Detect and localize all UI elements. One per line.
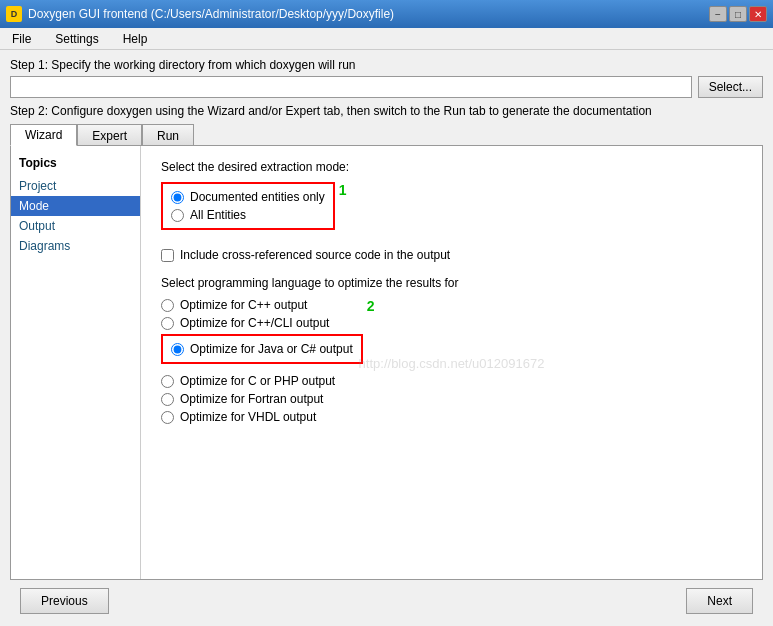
radio-cpp-cli: Optimize for C++/CLI output [161,316,363,330]
window-title: Doxygen GUI frontend (C:/Users/Administr… [28,7,394,21]
language-section-label: Select programming language to optimize … [161,276,742,290]
radio-cpp-cli-input[interactable] [161,317,174,330]
radio-cpp: Optimize for C++ output [161,298,363,312]
menu-bar: File Settings Help [0,28,773,50]
radio-all-entities: All Entities [171,208,325,222]
app-icon: D [6,6,22,22]
radio-documented-input[interactable] [171,191,184,204]
tab-run[interactable]: Run [142,124,194,146]
extraction-mode-group: Documented entities only All Entities [161,182,335,230]
radio-vhdl-input[interactable] [161,411,174,424]
main-content: Step 1: Specify the working directory fr… [0,50,773,626]
maximize-button[interactable]: □ [729,6,747,22]
menu-file[interactable]: File [6,30,37,48]
radio-java-csharp-input[interactable] [171,343,184,356]
tab-expert[interactable]: Expert [77,124,142,146]
radio-fortran-input[interactable] [161,393,174,406]
sidebar-title: Topics [11,154,140,176]
language-options: Optimize for C++ output Optimize for C++… [161,298,363,424]
radio-java-csharp: Optimize for Java or C# output [171,342,353,356]
radio-cpp-input[interactable] [161,299,174,312]
minimize-button[interactable]: − [709,6,727,22]
crossref-checkbox[interactable] [161,249,174,262]
radio-c-php-input[interactable] [161,375,174,388]
tab-wizard[interactable]: Wizard [10,124,77,146]
radio-c-php: Optimize for C or PHP output [161,374,363,388]
sidebar-item-output[interactable]: Output [11,216,140,236]
crossref-checkbox-row: Include cross-referenced source code in … [161,248,742,262]
sidebar-item-project[interactable]: Project [11,176,140,196]
crossref-label: Include cross-referenced source code in … [180,248,450,262]
radio-cpp-label: Optimize for C++ output [180,298,307,312]
bottom-bar: Previous Next [10,580,763,618]
window-controls: − □ ✕ [709,6,767,22]
next-button[interactable]: Next [686,588,753,614]
radio-vhdl: Optimize for VHDL output [161,410,363,424]
title-bar-left: D Doxygen GUI frontend (C:/Users/Adminis… [6,6,394,22]
annotation-1: 1 [339,182,347,198]
radio-java-csharp-label: Optimize for Java or C# output [190,342,353,356]
working-dir-input[interactable] [10,76,692,98]
close-button[interactable]: ✕ [749,6,767,22]
radio-fortran-label: Optimize for Fortran output [180,392,323,406]
radio-fortran: Optimize for Fortran output [161,392,363,406]
right-panel: http://blog.csdn.net/u012091672 Select t… [141,146,762,579]
menu-help[interactable]: Help [117,30,154,48]
annotation-2: 2 [367,298,375,314]
sidebar: Topics Project Mode Output Diagrams [11,146,141,579]
sidebar-item-mode[interactable]: Mode [11,196,140,216]
radio-all-input[interactable] [171,209,184,222]
select-button[interactable]: Select... [698,76,763,98]
previous-button[interactable]: Previous [20,588,109,614]
tabs: Wizard Expert Run [10,124,763,146]
panel: Topics Project Mode Output Diagrams http… [10,145,763,580]
title-bar: D Doxygen GUI frontend (C:/Users/Adminis… [0,0,773,28]
radio-documented-only: Documented entities only [171,190,325,204]
radio-java-csharp-group: Optimize for Java or C# output [161,334,363,364]
radio-all-label: All Entities [190,208,246,222]
dir-row: Select... [10,76,763,98]
menu-settings[interactable]: Settings [49,30,104,48]
sidebar-item-diagrams[interactable]: Diagrams [11,236,140,256]
step1-label: Step 1: Specify the working directory fr… [10,58,763,72]
step2-label: Step 2: Configure doxygen using the Wiza… [10,104,763,118]
radio-cpp-cli-label: Optimize for C++/CLI output [180,316,329,330]
radio-c-php-label: Optimize for C or PHP output [180,374,335,388]
radio-documented-label: Documented entities only [190,190,325,204]
radio-vhdl-label: Optimize for VHDL output [180,410,316,424]
extraction-mode-label: Select the desired extraction mode: [161,160,742,174]
